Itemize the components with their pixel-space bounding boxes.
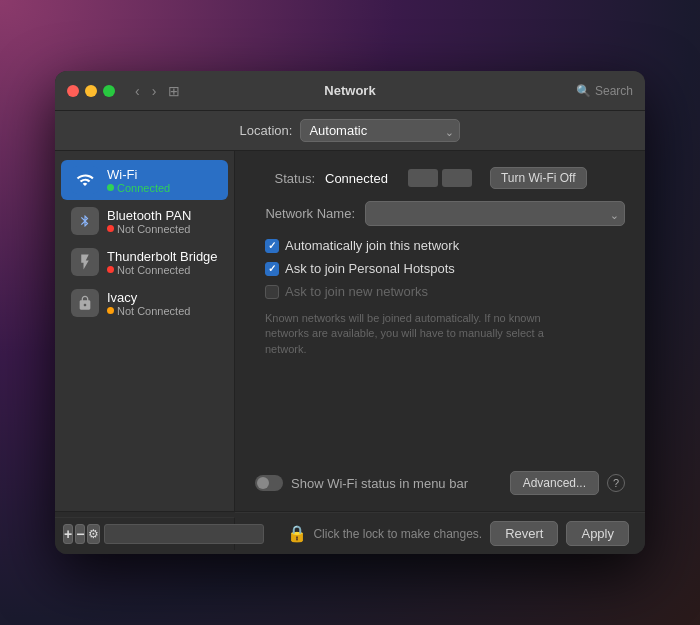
checkmark-icon: ✓ <box>268 240 276 251</box>
location-select-wrapper: Automatic <box>300 119 460 142</box>
status-label: Status: <box>255 171 315 186</box>
toggle-pill-1[interactable] <box>408 169 438 187</box>
personal-hotspot-label: Ask to join Personal Hotspots <box>285 261 455 276</box>
help-button[interactable]: ? <box>607 474 625 492</box>
info-text: Known networks will be joined automatica… <box>265 311 585 357</box>
thunderbolt-name: Thunderbolt Bridge <box>107 249 218 264</box>
turn-wifi-off-button[interactable]: Turn Wi-Fi Off <box>490 167 587 189</box>
wifi-status-dot <box>107 184 114 191</box>
sidebar-item-wifi[interactable]: Wi-Fi Connected <box>61 160 228 200</box>
show-status-label: Show Wi-Fi status in menu bar <box>291 476 468 491</box>
network-name-label: Network Name: <box>255 206 355 221</box>
new-networks-label: Ask to join new networks <box>285 284 428 299</box>
grid-icon: ⊞ <box>168 83 180 99</box>
bluetooth-name: Bluetooth PAN <box>107 208 218 223</box>
sidebar-item-bluetooth[interactable]: Bluetooth PAN Not Connected <box>61 201 228 241</box>
wifi-text: Wi-Fi Connected <box>107 167 218 194</box>
menu-bar-toggle[interactable] <box>255 475 283 491</box>
footer-right: 🔒 Click the lock to make changes. Revert… <box>235 512 645 554</box>
ivacy-text: Ivacy Not Connected <box>107 290 218 317</box>
forward-button[interactable]: › <box>148 81 161 101</box>
bottom-toggle-row: Show Wi-Fi status in menu bar Advanced..… <box>255 471 625 495</box>
lock-icon: 🔒 <box>287 524 307 543</box>
auto-join-label: Automatically join this network <box>285 238 459 253</box>
status-value: Connected <box>325 171 388 186</box>
ivacy-status-text: Not Connected <box>117 305 190 317</box>
footer-left: + − ⚙ <box>55 517 235 550</box>
window-title: Network <box>324 83 375 98</box>
ivacy-name: Ivacy <box>107 290 218 305</box>
minimize-button[interactable] <box>85 85 97 97</box>
sidebar: Wi-Fi Connected Bluetooth PAN <box>55 151 235 511</box>
location-select[interactable]: Automatic <box>300 119 460 142</box>
network-select-wrapper <box>365 201 625 226</box>
thunderbolt-icon <box>71 248 99 276</box>
titlebar: ‹ › ⊞ Network 🔍 Search <box>55 71 645 111</box>
bt-status-text: Not Connected <box>117 223 190 235</box>
wifi-icon <box>71 166 99 194</box>
nav-controls: ‹ › <box>131 81 160 101</box>
spacer <box>255 369 625 459</box>
bluetooth-text: Bluetooth PAN Not Connected <box>107 208 218 235</box>
network-name-select[interactable] <box>365 201 625 226</box>
new-networks-checkbox <box>265 285 279 299</box>
add-network-button[interactable]: + <box>63 524 73 544</box>
wifi-status: Connected <box>107 182 218 194</box>
sidebar-item-thunderbolt[interactable]: Thunderbolt Bridge Not Connected <box>61 242 228 282</box>
personal-hotspot-checkbox[interactable]: ✓ <box>265 262 279 276</box>
tb-status-dot <box>107 266 114 273</box>
search-icon: 🔍 <box>576 84 591 98</box>
ivacy-status-dot <box>107 307 114 314</box>
auto-join-checkbox[interactable]: ✓ <box>265 239 279 253</box>
bt-status-dot <box>107 225 114 232</box>
sidebar-item-ivacy[interactable]: Ivacy Not Connected <box>61 283 228 323</box>
checkbox-section: ✓ Automatically join this network ✓ Ask … <box>265 238 625 299</box>
footer: + − ⚙ 🔒 Click the lock to make changes. … <box>55 511 645 554</box>
auto-join-item[interactable]: ✓ Automatically join this network <box>265 238 625 253</box>
ivacy-status: Not Connected <box>107 305 218 317</box>
revert-button[interactable]: Revert <box>490 521 558 546</box>
remove-network-button[interactable]: − <box>75 524 85 544</box>
location-bar: Location: Automatic <box>55 111 645 151</box>
search-label: Search <box>595 84 633 98</box>
apply-button[interactable]: Apply <box>566 521 629 546</box>
tb-status-text: Not Connected <box>117 264 190 276</box>
network-preferences-window: ‹ › ⊞ Network 🔍 Search Location: Automat… <box>55 71 645 554</box>
main-content: Wi-Fi Connected Bluetooth PAN <box>55 151 645 511</box>
back-button[interactable]: ‹ <box>131 81 144 101</box>
lock-section[interactable]: 🔒 Click the lock to make changes. <box>287 524 482 543</box>
status-row: Status: Connected Turn Wi-Fi Off <box>255 167 625 189</box>
lock-text: Click the lock to make changes. <box>313 527 482 541</box>
right-panel: Status: Connected Turn Wi-Fi Off Network… <box>235 151 645 511</box>
bluetooth-icon <box>71 207 99 235</box>
wifi-name: Wi-Fi <box>107 167 218 182</box>
ivacy-icon <box>71 289 99 317</box>
toggle-group <box>408 169 472 187</box>
new-networks-item: Ask to join new networks <box>265 284 625 299</box>
network-gear-button[interactable]: ⚙ <box>87 524 100 544</box>
search-area: 🔍 Search <box>576 84 633 98</box>
network-name-row: Network Name: <box>255 201 625 226</box>
wifi-status-text: Connected <box>117 182 170 194</box>
toggle-pill-2[interactable] <box>442 169 472 187</box>
location-label: Location: <box>240 123 293 138</box>
close-button[interactable] <box>67 85 79 97</box>
advanced-button[interactable]: Advanced... <box>510 471 599 495</box>
traffic-lights <box>67 85 115 97</box>
maximize-button[interactable] <box>103 85 115 97</box>
thunderbolt-text: Thunderbolt Bridge Not Connected <box>107 249 218 276</box>
hotspot-checkmark-icon: ✓ <box>268 263 276 274</box>
footer-row: + − ⚙ 🔒 Click the lock to make changes. … <box>55 512 645 554</box>
thunderbolt-status: Not Connected <box>107 264 218 276</box>
bluetooth-status: Not Connected <box>107 223 218 235</box>
personal-hotspot-item[interactable]: ✓ Ask to join Personal Hotspots <box>265 261 625 276</box>
